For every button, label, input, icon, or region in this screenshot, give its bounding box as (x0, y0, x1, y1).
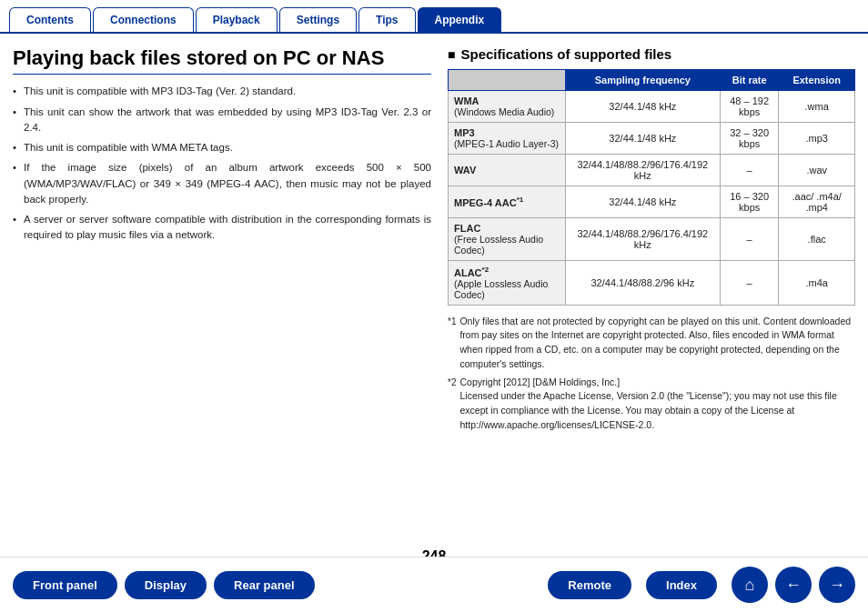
forward-icon: → (829, 576, 845, 595)
bitrate-cell: – (720, 155, 778, 186)
bitrate-cell: 32 – 320 kbps (720, 123, 778, 155)
table-row: ALAC*2 (Apple Lossless Audio Codec) 32/4… (449, 261, 855, 306)
home-button[interactable]: ⌂ (732, 567, 768, 603)
tab-contents[interactable]: Contents (9, 7, 91, 32)
extension-cell: .flac (779, 218, 855, 261)
bitrate-cell: – (720, 218, 778, 261)
sampling-cell: 32/44.1/48 kHz (565, 186, 720, 218)
list-item: This unit is compatible with WMA META ta… (13, 140, 431, 156)
list-item: This unit is compatible with MP3 ID3-Tag… (13, 84, 431, 99)
table-row: WAV 32/44.1/48/88.2/96/176.4/192 kHz – .… (449, 155, 855, 186)
footnotes: *1 Only files that are not protected by … (448, 315, 855, 433)
right-column: Specifications of supported files Sampli… (448, 46, 855, 536)
table-row: MPEG-4 AAC*1 32/44.1/48 kHz 16 – 320 kbp… (449, 186, 855, 218)
format-cell: WAV (449, 155, 566, 186)
forward-button[interactable]: → (819, 567, 855, 603)
tab-playback[interactable]: Playback (196, 7, 278, 32)
back-icon: ← (785, 576, 802, 595)
format-cell: WMA (Windows Media Audio) (449, 91, 566, 123)
bullet-list: This unit is compatible with MP3 ID3-Tag… (13, 84, 431, 243)
tab-settings[interactable]: Settings (279, 7, 357, 32)
extension-cell: .wav (779, 155, 855, 186)
tab-connections[interactable]: Connections (93, 7, 194, 32)
specs-section-header: Specifications of supported files (448, 46, 855, 62)
list-item: A server or server software compatible w… (13, 212, 431, 244)
page-title: Playing back files stored on PC or NAS (13, 46, 431, 75)
left-column: Playing back files stored on PC or NAS T… (13, 46, 431, 536)
col-header-bitrate: Bit rate (720, 70, 778, 91)
format-cell: FLAC (Free Lossless Audio Codec) (449, 218, 566, 261)
col-header-extension: Extension (779, 70, 855, 91)
tab-tips[interactable]: Tips (358, 7, 415, 32)
sampling-cell: 32/44.1/48 kHz (565, 91, 720, 123)
extension-cell: .mp3 (779, 123, 855, 155)
list-item: This unit can show the artwork that was … (13, 105, 431, 136)
remote-button[interactable]: Remote (548, 571, 631, 599)
table-row: MP3 (MPEG-1 Audio Layer-3) 32/44.1/48 kH… (449, 123, 855, 155)
format-cell: ALAC*2 (Apple Lossless Audio Codec) (449, 261, 566, 306)
rear-panel-button[interactable]: Rear panel (214, 571, 314, 599)
display-button[interactable]: Display (125, 571, 207, 599)
nav-right: Remote Index ⌂ ← → (548, 567, 855, 603)
extension-cell: .m4a (779, 261, 855, 306)
home-icon: ⌂ (745, 576, 755, 595)
footnote-text-2: Copyright [2012] [D&M Holdings, Inc.] Li… (459, 376, 855, 433)
table-row: FLAC (Free Lossless Audio Codec) 32/44.1… (449, 218, 855, 261)
footnote-mark-2: *2 (448, 376, 456, 433)
sampling-cell: 32/44.1/48 kHz (565, 123, 720, 155)
main-content: Playing back files stored on PC or NAS T… (0, 34, 868, 543)
format-cell: MP3 (MPEG-1 Audio Layer-3) (449, 123, 566, 155)
footnote-text-1: Only files that are not protected by cop… (459, 315, 855, 372)
bitrate-cell: – (720, 261, 778, 306)
tab-appendix[interactable]: Appendix (418, 7, 502, 32)
footnote-2: *2 Copyright [2012] [D&M Holdings, Inc.]… (448, 376, 855, 433)
extension-cell: .wma (779, 91, 855, 123)
sampling-cell: 32/44.1/48/88.2/96/176.4/192 kHz (565, 155, 720, 186)
footnote-mark-1: *1 (448, 315, 456, 372)
footnote-1: *1 Only files that are not protected by … (448, 315, 855, 372)
bitrate-cell: 16 – 320 kbps (720, 186, 778, 218)
extension-cell: .aac/ .m4a/ .mp4 (779, 186, 855, 218)
top-tabs: Contents Connections Playback Settings T… (0, 0, 868, 34)
table-row: WMA (Windows Media Audio) 32/44.1/48 kHz… (449, 91, 855, 123)
list-item: If the image size (pixels) of an album a… (13, 160, 431, 207)
bottom-nav: Front panel Display Rear panel Remote In… (0, 557, 868, 612)
col-header-format (449, 70, 566, 91)
format-cell: MPEG-4 AAC*1 (449, 186, 566, 218)
sampling-cell: 32/44.1/48/88.2/96 kHz (565, 261, 720, 306)
front-panel-button[interactable]: Front panel (13, 571, 117, 599)
sampling-cell: 32/44.1/48/88.2/96/176.4/192 kHz (565, 218, 720, 261)
index-button[interactable]: Index (646, 571, 717, 599)
back-button[interactable]: ← (775, 567, 812, 603)
col-header-sampling: Sampling frequency (565, 70, 720, 91)
bitrate-cell: 48 – 192 kbps (720, 91, 778, 123)
specs-table: Sampling frequency Bit rate Extension WM… (448, 69, 855, 306)
